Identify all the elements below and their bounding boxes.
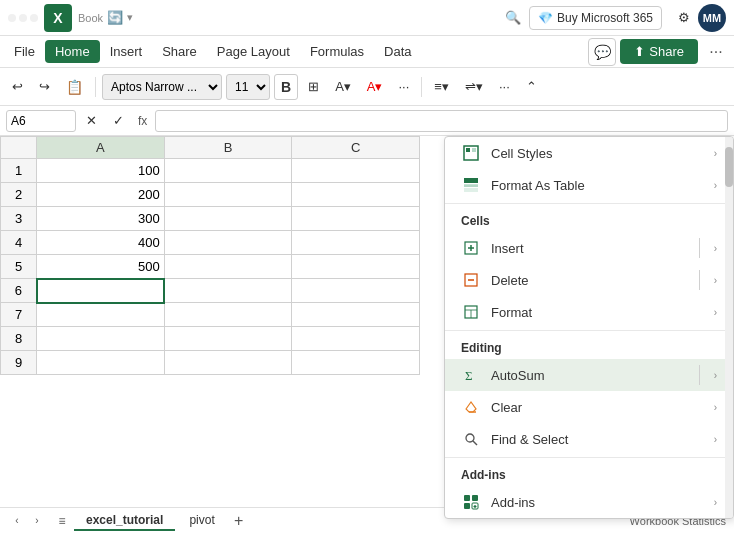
collapse-ribbon-button[interactable]: ⌃ — [520, 74, 543, 100]
nav-left-button[interactable]: ‹ — [8, 512, 26, 530]
cell-styles-arrow: › — [714, 148, 717, 159]
more-toolbar-button[interactable]: ··· — [392, 74, 415, 100]
find-select-item[interactable]: Find & Select › — [445, 423, 733, 455]
menu-share[interactable]: Share — [152, 40, 207, 63]
format-as-table-label: Format As Table — [491, 178, 704, 193]
share-area: 💬 ⬆ Share ··· — [588, 38, 730, 66]
cell-a1[interactable]: 100 — [37, 159, 165, 183]
clear-item[interactable]: Clear › — [445, 391, 733, 423]
delete-pipe — [699, 270, 700, 290]
row-num-2: 2 — [1, 183, 37, 207]
svg-rect-19 — [464, 495, 470, 501]
cell-a6[interactable] — [37, 279, 165, 303]
format-item[interactable]: Format › — [445, 296, 733, 328]
fill-color-button[interactable]: A▾ — [329, 74, 357, 100]
svg-point-17 — [466, 434, 474, 442]
wrap-button[interactable]: ⇌▾ — [459, 74, 489, 100]
cell-c1[interactable] — [292, 159, 420, 183]
search-button[interactable]: 🔍 — [497, 5, 529, 31]
cells-section-header: Cells — [445, 206, 733, 232]
cell-a4[interactable]: 400 — [37, 231, 165, 255]
insert-item[interactable]: Insert › — [445, 232, 733, 264]
avatar[interactable]: MM — [698, 4, 726, 32]
buy-365-button[interactable]: 💎 Buy Microsoft 365 — [529, 6, 662, 30]
scroll-bar[interactable] — [725, 137, 733, 518]
cell-c3[interactable] — [292, 207, 420, 231]
more-button[interactable]: ··· — [702, 38, 730, 66]
sheet-tab-excel-tutorial[interactable]: excel_tutorial — [74, 511, 175, 531]
cell-a3[interactable]: 300 — [37, 207, 165, 231]
row-num-9: 9 — [1, 351, 37, 375]
svg-line-18 — [473, 441, 477, 445]
comment-button[interactable]: 💬 — [588, 38, 616, 66]
cell-a8[interactable] — [37, 327, 165, 351]
cell-a2[interactable]: 200 — [37, 183, 165, 207]
cell-b6[interactable] — [164, 279, 292, 303]
sheet-tab-pivot[interactable]: pivot — [177, 511, 226, 531]
insert-pipe — [699, 238, 700, 258]
font-color-button[interactable]: A▾ — [361, 74, 389, 100]
cell-b5[interactable] — [164, 255, 292, 279]
excel-icon: X — [44, 4, 72, 32]
more-format-button[interactable]: ··· — [493, 74, 516, 100]
clear-arrow: › — [714, 402, 717, 413]
menu-home[interactable]: Home — [45, 40, 100, 63]
delete-item[interactable]: Delete › — [445, 264, 733, 296]
addins-icon — [461, 492, 481, 512]
settings-button[interactable]: ⚙ — [670, 5, 698, 31]
cell-c4[interactable] — [292, 231, 420, 255]
undo-button[interactable]: ↩ — [6, 74, 29, 100]
autosum-label: AutoSum — [491, 368, 685, 383]
col-header-b[interactable]: B — [164, 137, 292, 159]
redo-button[interactable]: ↪ — [33, 74, 56, 100]
delete-arrow: › — [714, 275, 717, 286]
cell-b1[interactable] — [164, 159, 292, 183]
menu-data[interactable]: Data — [374, 40, 421, 63]
file-name: Book 🔄 ▾ — [78, 10, 133, 25]
cell-c9[interactable] — [292, 351, 420, 375]
share-button[interactable]: ⬆ Share — [620, 39, 698, 64]
cell-b8[interactable] — [164, 327, 292, 351]
autosum-item[interactable]: Σ AutoSum › — [445, 359, 733, 391]
format-painter-button[interactable]: 📋 — [60, 74, 89, 100]
font-family-select[interactable]: Aptos Narrow ... — [102, 74, 222, 100]
cell-c5[interactable] — [292, 255, 420, 279]
cell-styles-item[interactable]: Cell Styles › — [445, 137, 733, 169]
menu-page-layout[interactable]: Page Layout — [207, 40, 300, 63]
menu-file[interactable]: File — [4, 40, 45, 63]
bold-button[interactable]: B — [274, 74, 298, 100]
cell-styles-label: Cell Styles — [491, 146, 704, 161]
cell-b7[interactable] — [164, 303, 292, 327]
cell-c7[interactable] — [292, 303, 420, 327]
sheets-menu-button[interactable]: ≡ — [52, 511, 72, 531]
cell-a9[interactable] — [37, 351, 165, 375]
row-num-8: 8 — [1, 327, 37, 351]
add-sheet-button[interactable]: + — [229, 511, 249, 531]
share-label: Share — [649, 44, 684, 59]
cell-borders-button[interactable]: ⊞ — [302, 74, 325, 100]
formula-input[interactable] — [155, 110, 728, 132]
confirm-formula-button[interactable]: ✓ — [107, 108, 130, 134]
cell-c8[interactable] — [292, 327, 420, 351]
cell-b2[interactable] — [164, 183, 292, 207]
cell-reference-input[interactable] — [6, 110, 76, 132]
menu-formulas[interactable]: Formulas — [300, 40, 374, 63]
font-size-select[interactable]: 11 — [226, 74, 270, 100]
cell-a5[interactable]: 500 — [37, 255, 165, 279]
cell-b4[interactable] — [164, 231, 292, 255]
cancel-formula-button[interactable]: ✕ — [80, 108, 103, 134]
cell-c2[interactable] — [292, 183, 420, 207]
alignment-button[interactable]: ≡▾ — [428, 74, 455, 100]
col-header-a[interactable]: A — [37, 137, 165, 159]
format-as-table-item[interactable]: Format As Table › — [445, 169, 733, 201]
fx-button[interactable]: fx — [134, 112, 151, 130]
cell-b9[interactable] — [164, 351, 292, 375]
col-header-c[interactable]: C — [292, 137, 420, 159]
nav-right-button[interactable]: › — [28, 512, 46, 530]
menu-bar: File Home Insert Share Page Layout Formu… — [0, 36, 734, 68]
addins-item[interactable]: Add-ins › — [445, 486, 733, 518]
cell-c6[interactable] — [292, 279, 420, 303]
cell-b3[interactable] — [164, 207, 292, 231]
menu-insert[interactable]: Insert — [100, 40, 153, 63]
cell-a7[interactable] — [37, 303, 165, 327]
